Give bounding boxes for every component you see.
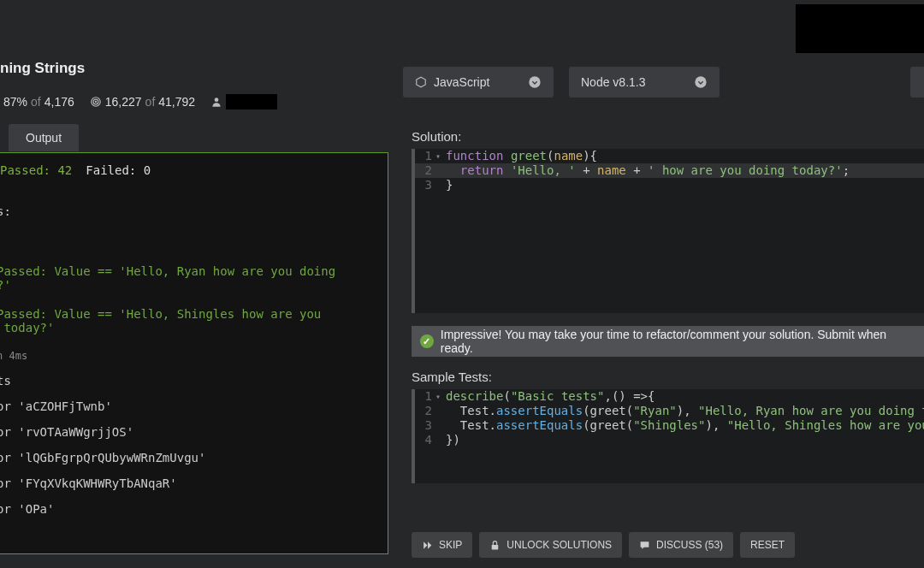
solution-editor[interactable]: 1▾function greet(name){ 2 return 'Hello,…: [412, 149, 924, 313]
svg-point-5: [529, 76, 540, 87]
list-item: or 'aCZOHFjTwnb': [0, 399, 388, 413]
language-label: JavaScript: [434, 75, 489, 89]
top-right-black-box: [796, 4, 924, 53]
forward-icon: [422, 540, 433, 551]
random-tests-heading: ts: [0, 374, 388, 388]
tests-editor[interactable]: 1▾describe("Basic tests",() =>{ 2 Test.a…: [412, 389, 924, 483]
js-icon: [415, 76, 427, 88]
test-pass-1: Passed: Value == 'Hello, Ryan how are yo…: [0, 264, 388, 292]
kata-stats: 87% of 4,176 16,227 of 41,792: [0, 94, 277, 109]
runtime-dropdown[interactable]: Node v8.1.3: [569, 67, 720, 98]
runtime-label: Node v8.1.3: [581, 75, 646, 89]
chevron-down-icon: [694, 75, 708, 89]
tab-output[interactable]: Output: [9, 124, 79, 151]
target-icon: [90, 96, 102, 108]
svg-point-3: [215, 98, 219, 102]
svg-marker-4: [417, 77, 426, 87]
reset-button[interactable]: RESET: [740, 532, 795, 558]
bottom-action-bar: SKIP UNLOCK SOLUTIONS DISCUSS (53) RESET: [412, 532, 924, 558]
test-pass-2: Passed: Value == 'Hello, Shingles how ar…: [0, 307, 388, 334]
svg-point-6: [695, 76, 706, 87]
skip-button[interactable]: SKIP: [412, 532, 472, 558]
banner-text: Impressive! You may take your time to re…: [441, 328, 915, 355]
user-icon: [210, 96, 222, 108]
discuss-button[interactable]: DISCUSS (53): [629, 532, 733, 558]
language-dropdown[interactable]: JavaScript: [403, 67, 554, 98]
kata-title: ning Strings: [0, 60, 85, 77]
satisfaction-stat: 87% of 4,176: [0, 95, 74, 109]
lock-icon: [489, 540, 500, 551]
solution-section: Solution: 1▾function greet(name){ 2 retu…: [412, 129, 924, 357]
author-stat[interactable]: [210, 94, 277, 109]
dropdowns: JavaScript Node v8.1.3: [403, 67, 720, 98]
author-name: [226, 94, 277, 109]
tests-section: Sample Tests: 1▾describe("Basic tests",(…: [412, 370, 924, 483]
comment-icon: [639, 540, 650, 551]
list-item: or 'rvOTAaWWgrjjOS': [0, 425, 388, 439]
svg-rect-7: [492, 544, 499, 548]
solution-label: Solution:: [412, 129, 924, 144]
chevron-down-icon: [528, 75, 542, 89]
list-item: or 'OPa': [0, 502, 388, 516]
tests-label: Sample Tests:: [412, 370, 924, 384]
completed-stat: 16,227 of 41,792: [90, 95, 195, 109]
tab-prev[interactable]: [0, 131, 9, 145]
failed-count: Failed: 0: [86, 163, 151, 177]
collapse-button[interactable]: [910, 67, 924, 98]
success-banner: ✓ Impressive! You may take your time to …: [412, 326, 924, 357]
output-content: Passed: 42 Failed: 0 s: Passed: Value ==…: [0, 153, 388, 526]
output-panel[interactable]: Passed: 42 Failed: 0 s: Passed: Value ==…: [0, 152, 388, 554]
list-item: or 'lQGbFgrpQrQUbywWRnZmUvgu': [0, 451, 388, 464]
list-item: or 'FYqXVkqKWHWRyTbANqaR': [0, 476, 388, 490]
svg-point-2: [95, 101, 96, 102]
output-heading: s:: [0, 204, 388, 218]
timing: n 4ms: [0, 350, 388, 362]
unlock-button[interactable]: UNLOCK SOLUTIONS: [479, 532, 622, 558]
check-icon: ✓: [420, 334, 434, 348]
tabs: Output: [0, 124, 79, 151]
passed-count: Passed: 42: [0, 163, 72, 177]
